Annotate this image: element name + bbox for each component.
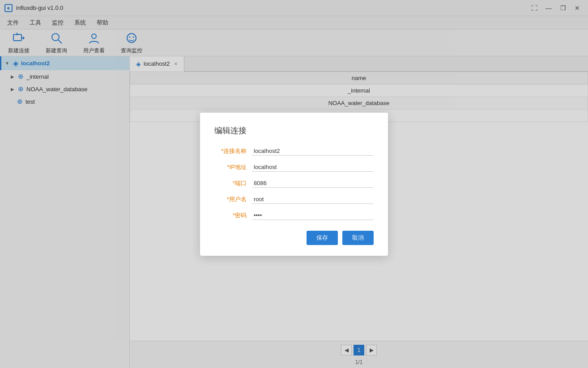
input-ip[interactable] xyxy=(252,163,374,172)
edit-connection-dialog: 编辑连接 *连接名称 *IP地址 *端口 *用户名 *密码 保存 取消 xyxy=(200,113,388,256)
form-row-ip: *IP地址 xyxy=(214,163,374,172)
label-port: *端口 xyxy=(214,179,247,187)
form-row-username: *用户名 xyxy=(214,195,374,204)
dialog-actions: 保存 取消 xyxy=(214,231,374,245)
input-password[interactable] xyxy=(252,211,374,220)
label-username: *用户名 xyxy=(214,195,247,203)
label-connection-name: *连接名称 xyxy=(214,147,247,155)
cancel-button[interactable]: 取消 xyxy=(342,231,374,245)
form-row-connection-name: *连接名称 xyxy=(214,147,374,156)
label-ip: *IP地址 xyxy=(214,163,247,171)
dialog-overlay: 编辑连接 *连接名称 *IP地址 *端口 *用户名 *密码 保存 取消 xyxy=(0,0,588,368)
label-password: *密码 xyxy=(214,211,247,220)
input-connection-name[interactable] xyxy=(252,147,374,156)
form-row-port: *端口 xyxy=(214,179,374,188)
save-button[interactable]: 保存 xyxy=(307,231,338,245)
input-port[interactable] xyxy=(252,179,374,188)
dialog-title: 编辑连接 xyxy=(214,125,374,136)
input-username[interactable] xyxy=(252,195,374,204)
form-row-password: *密码 xyxy=(214,211,374,220)
